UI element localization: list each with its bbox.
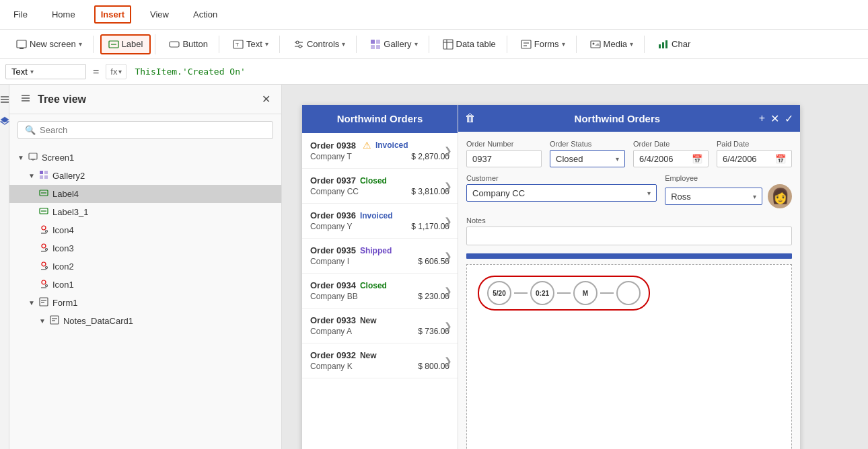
tree-search-box[interactable]: 🔍 xyxy=(17,121,273,139)
gallery-item-0933[interactable]: Order 0933 New Company A $ 736.00 ❯ xyxy=(302,309,458,343)
controls-button[interactable]: Controls ▾ xyxy=(287,36,352,53)
customer-field: Customer Company CC ▾ xyxy=(466,174,657,208)
forms-button[interactable]: Forms ▾ xyxy=(514,36,572,53)
bubble-connector-3 xyxy=(600,292,614,294)
menu-file[interactable]: File xyxy=(8,7,33,22)
tree-search-input[interactable] xyxy=(40,125,266,135)
gallery-item-0934[interactable]: Order 0934 Closed Company BB $ 230.00 ❯ xyxy=(302,274,458,309)
svg-rect-4 xyxy=(170,42,179,47)
svg-rect-12 xyxy=(376,40,380,44)
formula-fx-button[interactable]: fx ▾ xyxy=(106,64,126,79)
form-row-2: Customer Company CC ▾ Employee Ross xyxy=(466,174,792,208)
charts-button[interactable]: Char xyxy=(651,36,697,53)
gallery-item-0938[interactable]: Order 0938 ⚠ Invoiced Company T $ 2,870.… xyxy=(302,132,458,169)
svg-text:T: T xyxy=(236,42,239,48)
forms-chevron: ▾ xyxy=(562,40,565,48)
svg-point-10 xyxy=(299,45,301,48)
order-status-select[interactable]: Closed ▾ xyxy=(550,150,625,167)
notes-datacard1-label: Notes_DataCard1 xyxy=(63,316,133,326)
paid-date-input[interactable]: 6/4/2006 📅 xyxy=(717,150,792,167)
formula-dropdown[interactable]: Text ▾ xyxy=(5,64,86,79)
notes-input[interactable] xyxy=(466,227,792,245)
gallery-order-0933: Order 0933 xyxy=(310,315,356,325)
gallery-header-bar: Northwind Orders xyxy=(302,105,458,132)
tree-item-label3-1[interactable]: Label3_1 xyxy=(9,203,281,221)
gallery-status-0935: Shipped xyxy=(360,246,392,255)
screen1-caret: ▼ xyxy=(17,154,24,161)
tree-item-gallery2[interactable]: ▼ Gallery2 xyxy=(9,167,281,185)
menu-bar: File Home Insert View Action xyxy=(0,0,868,30)
canvas-area: Northwind Orders Order 0938 ⚠ Invoiced C… xyxy=(282,85,868,449)
svg-point-49 xyxy=(46,249,48,251)
svg-point-51 xyxy=(46,267,48,269)
tree-item-notes-datacard1[interactable]: ▼ Notes_DataCard1 xyxy=(9,312,281,330)
media-button[interactable]: Media ▾ xyxy=(583,36,640,53)
svg-rect-13 xyxy=(371,45,375,49)
icon1-label: Icon1 xyxy=(52,280,74,290)
delete-icon[interactable]: 🗑 xyxy=(465,112,476,124)
gallery-company-0934: Company BB xyxy=(310,292,358,301)
tree-item-icon3[interactable]: Icon3 xyxy=(9,239,281,257)
detail-panel: 🗑 Northwind Orders + ✕ ✓ Order Number 09… xyxy=(458,105,800,449)
screen1-icon xyxy=(28,152,38,163)
button-button[interactable]: Button xyxy=(162,36,215,53)
toolbar: New screen ▾ Label Button T Text ▾ Contr… xyxy=(0,30,868,59)
data-table-button[interactable]: Data table xyxy=(436,36,503,53)
formula-dropdown-value: Text xyxy=(11,67,28,77)
tree-item-icon1[interactable]: Icon1 xyxy=(9,276,281,294)
label-button[interactable]: Label xyxy=(100,34,151,54)
tree-hamburger-icon[interactable] xyxy=(20,93,31,106)
check-icon[interactable]: ✓ xyxy=(785,112,793,125)
new-screen-chevron: ▾ xyxy=(79,40,82,48)
text-button[interactable]: T Text ▾ xyxy=(226,36,275,53)
employee-arrow: ▾ xyxy=(753,193,756,200)
tree-item-icon4[interactable]: Icon4 xyxy=(9,221,281,239)
tree-item-icon2[interactable]: Icon2 xyxy=(9,257,281,276)
menu-view[interactable]: View xyxy=(145,7,174,22)
label4-icon xyxy=(39,188,48,200)
tree-item-label4[interactable]: Label4 xyxy=(9,185,281,203)
tree-item-form1[interactable]: ▼ Form1 xyxy=(9,294,281,312)
paid-date-calendar-icon: 📅 xyxy=(775,154,786,164)
gallery-item-0932[interactable]: Order 0932 New Company K $ 800.00 ❯ xyxy=(302,343,458,378)
hamburger-icon[interactable] xyxy=(0,91,9,108)
layers-icon[interactable] xyxy=(0,113,9,129)
svg-rect-35 xyxy=(29,153,37,159)
date-bubble-3: M xyxy=(573,281,598,305)
gallery-order-0935: Order 0935 xyxy=(310,245,356,255)
svg-point-48 xyxy=(42,244,46,248)
tree-panel: Tree view ✕ 🔍 ▼ Screen1 ▼ xyxy=(9,85,282,449)
order-number-value[interactable]: 0937 xyxy=(466,150,542,167)
customer-label: Customer xyxy=(466,174,657,182)
gallery-order-0937: Order 0937 xyxy=(310,175,356,186)
svg-marker-23 xyxy=(595,43,600,46)
gallery-item-0935[interactable]: Order 0935 Shipped Company I $ 606.50 ❯ xyxy=(302,239,458,274)
gallery-button[interactable]: Gallery ▾ xyxy=(363,36,424,53)
new-screen-button[interactable]: New screen ▾ xyxy=(9,36,89,53)
icon2-label: Icon2 xyxy=(52,261,74,272)
data-table-icon xyxy=(443,39,454,50)
icon3-label: Icon3 xyxy=(52,243,74,253)
close-icon[interactable]: ✕ xyxy=(770,112,779,125)
customer-select[interactable]: Company CC ▾ xyxy=(466,184,657,202)
gallery-item-0936[interactable]: Order 0936 Invoiced Company Y $ 1,170.00… xyxy=(302,204,458,239)
employee-row: Ross ▾ 👩 xyxy=(665,184,792,208)
gallery-item-0937[interactable]: Order 0937 Closed Company CC $ 3,810.00 … xyxy=(302,169,458,204)
employee-select[interactable]: Ross ▾ xyxy=(665,188,762,205)
formula-dropdown-chevron: ▾ xyxy=(30,68,34,75)
date-bubbles-selection[interactable]: 5/20 0:21 M xyxy=(478,276,650,311)
menu-action[interactable]: Action xyxy=(188,7,223,22)
svg-point-46 xyxy=(42,226,46,230)
gallery-panel: Northwind Orders Order 0938 ⚠ Invoiced C… xyxy=(302,105,458,449)
tree-item-screen1[interactable]: ▼ Screen1 xyxy=(9,149,281,167)
form-row-1: Order Number 0937 Order Status Closed ▾ … xyxy=(466,140,792,167)
order-date-input[interactable]: 6/4/2006 📅 xyxy=(633,150,709,167)
menu-insert[interactable]: Insert xyxy=(94,5,131,24)
formula-input[interactable]: ThisItem.'Created On' xyxy=(131,65,863,78)
menu-home[interactable]: Home xyxy=(46,7,81,22)
svg-rect-40 xyxy=(40,175,43,179)
tree-close-button[interactable]: ✕ xyxy=(262,93,270,106)
svg-rect-26 xyxy=(665,40,667,48)
label3-1-icon xyxy=(39,206,48,218)
add-icon[interactable]: + xyxy=(759,112,765,124)
